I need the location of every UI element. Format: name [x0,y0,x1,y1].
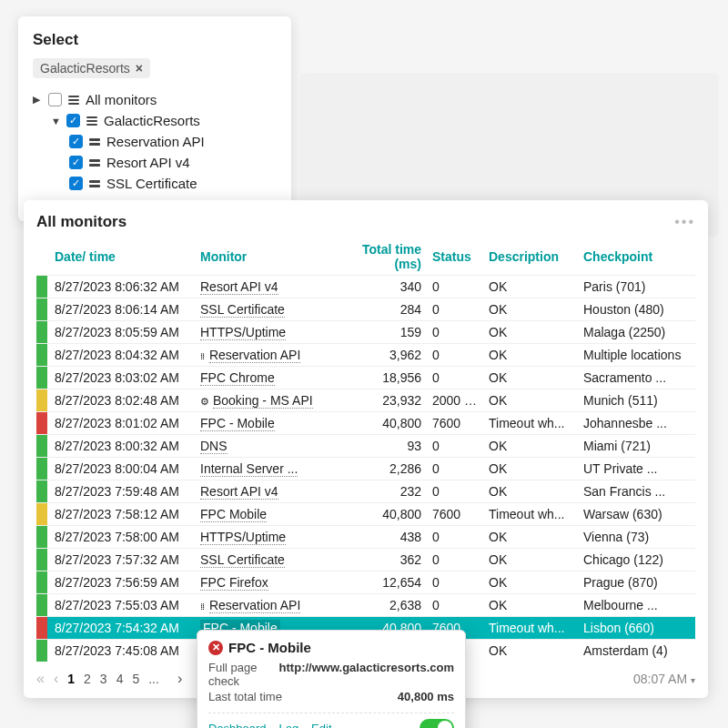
cell-desc: Timeout wh... [483,617,578,640]
leaf-label: SSL Certificate [106,176,197,191]
cell-total: 23,932 [327,389,427,412]
cell-desc: OK [483,640,578,662]
pager-first-icon[interactable]: « [36,671,45,687]
cell-date: 8/27/2023 7:54:32 AM [49,617,195,640]
chip-remove-icon[interactable]: × [136,61,143,76]
checkbox-leaf[interactable] [69,135,83,148]
cell-status: 0 [427,321,483,344]
popup-link-log[interactable]: Log [279,722,299,728]
caret-down-icon[interactable]: ▼ [51,116,60,126]
tree-leaf[interactable]: SSL Certificate [33,173,277,194]
pager-page[interactable]: 5 [132,672,139,686]
cell-monitor[interactable]: Internal Server ... [195,458,327,480]
cell-monitor[interactable]: ⚙ Booking - MS API [195,389,327,412]
popup-link-dashboard[interactable]: Dashboard [208,722,267,728]
table-row[interactable]: 8/27/2023 8:06:14 AMSSL Certificate2840O… [36,298,695,321]
table-row[interactable]: 8/27/2023 8:02:48 AM⚙ Booking - MS API23… [36,389,695,412]
pager-page[interactable]: 3 [100,672,107,686]
table-row[interactable]: 8/27/2023 7:57:32 AMSSL Certificate3620O… [36,549,695,571]
pager-next-icon[interactable]: › [177,671,182,687]
table-row[interactable]: 8/27/2023 7:55:03 AM⁞⁞ Reservation API2,… [36,594,695,617]
col-monitor[interactable]: Monitor [195,238,327,276]
table-row[interactable]: 8/27/2023 8:04:32 AM⁞⁞ Reservation API3,… [36,344,695,367]
cell-status: 2000 📷 [427,389,483,412]
caret-right-icon[interactable]: ▶ [33,94,42,106]
cell-date: 8/27/2023 7:45:08 AM [49,640,195,662]
cell-date: 8/27/2023 7:59:48 AM [49,480,195,503]
table-row[interactable]: 8/27/2023 7:58:00 AMHTTPS/Uptime4380OKVi… [36,526,695,549]
checkbox-leaf[interactable] [69,156,83,169]
cell-total: 438 [327,526,427,549]
grid-icon: ⁞⁞ [200,351,204,361]
cell-desc: Timeout wh... [483,412,578,435]
popup-toggle[interactable] [420,719,454,728]
tree-leaf[interactable]: Reservation API [33,131,277,152]
cell-monitor[interactable]: FPC Mobile [195,503,327,526]
cell-monitor[interactable]: Resort API v4 [195,480,327,503]
cell-total: 340 [327,276,427,298]
table-row[interactable]: 8/27/2023 8:05:59 AMHTTPS/Uptime1590OKMa… [36,321,695,344]
cell-monitor[interactable]: DNS [195,435,327,458]
table-row[interactable]: 8/27/2023 8:00:04 AMInternal Server ...2… [36,458,695,480]
pager-page[interactable]: ... [148,672,159,686]
status-indicator [36,549,47,571]
cell-checkpoint: Multiple locations [578,344,695,367]
cell-monitor[interactable]: SSL Certificate [195,549,327,571]
status-indicator [36,526,47,548]
cell-status: 0 [427,571,483,594]
cell-monitor[interactable]: SSL Certificate [195,298,327,321]
col-total[interactable]: Total time (ms) [327,238,427,276]
status-indicator [36,480,47,502]
checkbox-leaf[interactable] [69,177,83,190]
table-row[interactable]: 8/27/2023 8:03:02 AMFPC Chrome18,9560OKS… [36,367,695,389]
cell-total: 40,800 [327,412,427,435]
cell-monitor[interactable]: FPC - Mobile [195,412,327,435]
popup-title: FPC - Mobile [228,640,311,655]
table-row[interactable]: 8/27/2023 7:58:12 AMFPC Mobile40,8007600… [36,503,695,526]
pager-page[interactable]: 4 [116,672,124,686]
cell-monitor[interactable]: HTTPS/Uptime [195,321,327,344]
cell-checkpoint: Warsaw (630) [578,503,695,526]
cell-date: 8/27/2023 8:04:32 AM [49,344,195,367]
filter-chip[interactable]: GalacticResorts × [33,58,150,78]
dropdown-icon[interactable]: ▾ [691,675,695,685]
cell-monitor[interactable]: ⁞⁞ Reservation API [195,594,327,617]
cell-desc: OK [483,321,578,344]
table-row[interactable]: 8/27/2023 8:01:02 AMFPC - Mobile40,80076… [36,412,695,435]
pager-page[interactable]: 1 [67,672,75,686]
cell-monitor[interactable]: ⁞⁞ Reservation API [195,344,327,367]
table-row[interactable]: 8/27/2023 7:59:48 AMResort API v42320OKS… [36,480,695,503]
cell-monitor[interactable]: FPC Firefox [195,571,327,594]
pager-prev-icon[interactable]: ‹ [54,671,58,687]
status-indicator [36,389,47,411]
table-row[interactable]: 8/27/2023 8:06:32 AMResort API v43400OKP… [36,276,695,298]
col-checkpoint[interactable]: Checkpoint [578,238,695,276]
checkbox-all[interactable] [48,93,62,106]
col-status[interactable]: Status [427,238,483,276]
pager-page[interactable]: 2 [84,672,91,686]
cell-date: 8/27/2023 7:55:03 AM [49,594,195,617]
table-row[interactable]: 8/27/2023 7:56:59 AMFPC Firefox12,6540OK… [36,571,695,594]
col-date[interactable]: Date/ time [49,238,195,276]
cell-monitor[interactable]: HTTPS/Uptime [195,526,327,549]
cell-date: 8/27/2023 7:56:59 AM [49,571,195,594]
cell-status: 0 [427,526,483,549]
cell-desc: OK [483,571,578,594]
status-indicator [36,458,47,480]
cell-monitor[interactable]: Resort API v4 [195,276,327,298]
table-row[interactable]: 8/27/2023 8:00:32 AMDNS930OKMiami (721) [36,435,695,458]
monitor-icon [89,180,100,187]
tree-group[interactable]: ▼ GalacticResorts [33,110,277,131]
cell-monitor[interactable]: FPC Chrome [195,367,327,389]
cell-checkpoint: Sacramento ... [578,367,695,389]
status-indicator [36,640,47,662]
popup-check-label: Full page check [208,661,279,688]
tree-root-all[interactable]: ▶ All monitors [33,89,277,110]
cell-desc: OK [483,480,578,503]
tree-leaf[interactable]: Resort API v4 [33,152,277,173]
checkbox-group[interactable] [66,114,80,127]
tree-label-all: All monitors [86,92,157,107]
panel-menu-icon[interactable]: ••• [674,214,695,230]
col-desc[interactable]: Description [483,238,578,276]
popup-link-edit[interactable]: Edit [311,722,331,728]
